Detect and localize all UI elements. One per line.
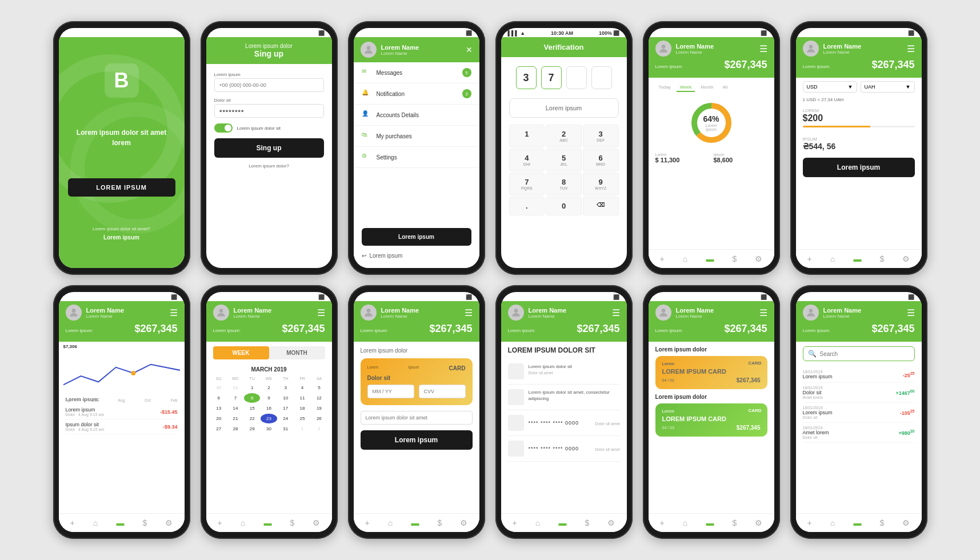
cardform-button[interactable]: Lorem ipsum (361, 430, 473, 450)
password-input[interactable] (214, 104, 324, 118)
amount-slider[interactable] (803, 126, 915, 127)
key-dot[interactable]: . (509, 197, 545, 215)
key-4[interactable]: 4GHI (509, 149, 545, 171)
menu-item-messages[interactable]: ✉ Messages 5 (354, 62, 479, 83)
cal-day[interactable]: 2 (311, 424, 327, 434)
hamburger-7[interactable]: ☰ (170, 307, 178, 318)
cal-day[interactable]: 25 (294, 414, 310, 423)
key-3[interactable]: 3DEF (583, 125, 619, 147)
key-del[interactable]: ⌫ (583, 197, 619, 215)
nav-cards-7[interactable]: ▬ (116, 518, 124, 527)
digit-3[interactable] (566, 66, 587, 89)
nav-dollar-6[interactable]: $ (880, 254, 885, 263)
nav-home-6[interactable]: ⌂ (830, 254, 835, 263)
tab-week-cal[interactable]: WEEK (213, 346, 269, 359)
cal-day[interactable]: 17 (278, 403, 294, 413)
hamburger-12[interactable]: ☰ (907, 307, 915, 318)
phone-input[interactable] (214, 78, 324, 92)
key-9[interactable]: 9WXYZ (583, 173, 619, 195)
cal-day[interactable]: 27 (211, 424, 227, 434)
cal-day[interactable]: 7 (227, 393, 243, 403)
nav-gear-8[interactable]: ⚙ (313, 518, 320, 527)
cal-day[interactable]: 31 (227, 383, 243, 393)
cal-day[interactable]: 26 (311, 414, 327, 423)
cal-day[interactable]: 18 (294, 403, 310, 413)
logout-button[interactable]: Lorem ipsum (362, 228, 471, 246)
cal-day[interactable]: 5 (311, 383, 327, 393)
menu-item-settings[interactable]: ⚙ Settings (354, 147, 479, 168)
usd-select[interactable]: USD▼ (803, 81, 857, 93)
menu-logout-link[interactable]: ↩ Lorem ipsum (362, 250, 471, 261)
nav-cards-12[interactable]: ▬ (853, 518, 861, 527)
cal-day[interactable]: 19 (311, 403, 327, 413)
card-mmyy-input[interactable] (367, 385, 414, 398)
key-1[interactable]: 1 (509, 125, 545, 147)
cal-day[interactable]: 20 (211, 414, 227, 423)
nav-cards-9[interactable]: ▬ (411, 518, 419, 527)
nav-dollar-5[interactable]: $ (733, 254, 737, 263)
search-input[interactable] (820, 351, 910, 357)
tab-month-cal[interactable]: MONTH (269, 346, 325, 359)
cal-day[interactable]: 12 (311, 393, 327, 403)
hamburger-8[interactable]: ☰ (317, 307, 325, 318)
nav-plus-5[interactable]: + (660, 254, 665, 263)
nav-gear-10[interactable]: ⚙ (607, 518, 615, 527)
cal-day[interactable]: 28 (227, 424, 243, 434)
nav-gear-5[interactable]: ⚙ (755, 254, 762, 263)
uah-select[interactable]: UAH▼ (861, 81, 915, 93)
nav-home-7[interactable]: ⌂ (93, 518, 98, 527)
cal-day[interactable]: 3 (278, 383, 294, 393)
key-0[interactable]: 0 (546, 197, 582, 215)
forgot-link[interactable]: Lorem ipsum dolor? (214, 163, 324, 169)
hamburger-10[interactable]: ☰ (612, 307, 620, 318)
nav-cards-10[interactable]: ▬ (558, 518, 566, 527)
splash-footer-link[interactable]: Lorem ipsum (103, 234, 139, 241)
cal-day[interactable]: 13 (211, 403, 227, 413)
menu-item-notification[interactable]: 🔔 Notification 3 (354, 83, 479, 105)
cal-day[interactable]: 24 (278, 414, 294, 423)
splash-button[interactable]: LOREM IPSUM (68, 178, 175, 197)
digit-4[interactable] (591, 66, 612, 89)
nav-gear-9[interactable]: ⚙ (460, 518, 467, 527)
nav-dollar-9[interactable]: $ (438, 518, 442, 527)
hamburger-5[interactable]: ☰ (759, 43, 767, 54)
cal-day[interactable]: 14 (227, 403, 243, 413)
nav-home-5[interactable]: ⌂ (683, 254, 687, 263)
nav-cards-5[interactable]: ▬ (706, 254, 714, 263)
tab-month[interactable]: Month (697, 83, 717, 92)
nav-cards-8[interactable]: ▬ (263, 518, 271, 527)
key-7[interactable]: 7PQRS (509, 173, 545, 195)
cal-day[interactable]: 15 (244, 403, 260, 413)
nav-plus-10[interactable]: + (513, 518, 517, 527)
nav-cards-11[interactable]: ▬ (706, 518, 714, 527)
nav-gear-12[interactable]: ⚙ (902, 518, 910, 527)
toggle-switch[interactable] (214, 123, 233, 133)
cal-day[interactable]: 10 (278, 393, 294, 403)
cal-day[interactable]: 2 (261, 383, 277, 393)
hamburger-9[interactable]: ☰ (465, 307, 473, 318)
key-8[interactable]: 8TUV (546, 173, 582, 195)
digit-1[interactable]: 3 (516, 66, 537, 89)
cal-day[interactable]: 16 (261, 403, 277, 413)
cal-day[interactable]: 21 (227, 414, 243, 423)
nav-gear-7[interactable]: ⚙ (165, 518, 173, 527)
nav-plus-12[interactable]: + (807, 518, 812, 527)
menu-item-accounts[interactable]: 👤 Accounts Details (354, 105, 479, 126)
cal-day[interactable]: 1 (294, 424, 310, 434)
key-5[interactable]: 5JKL (546, 149, 582, 171)
cal-day[interactable]: 9 (261, 393, 277, 403)
nav-gear-11[interactable]: ⚙ (755, 518, 762, 527)
nav-home-12[interactable]: ⌂ (830, 518, 835, 527)
cal-day[interactable]: 6 (211, 393, 227, 403)
cal-day[interactable]: 1 (244, 383, 260, 393)
digit-2[interactable]: 7 (541, 66, 562, 89)
nav-home-10[interactable]: ⌂ (535, 518, 540, 527)
nav-home-11[interactable]: ⌂ (683, 518, 687, 527)
nav-dollar-12[interactable]: $ (880, 518, 885, 527)
nav-plus-6[interactable]: + (807, 254, 812, 263)
nav-plus-8[interactable]: + (218, 518, 222, 527)
tab-all[interactable]: All (719, 83, 731, 92)
nav-dollar-10[interactable]: $ (585, 518, 590, 527)
nav-dollar-8[interactable]: $ (290, 518, 295, 527)
cal-day[interactable]: 30 (211, 383, 227, 393)
